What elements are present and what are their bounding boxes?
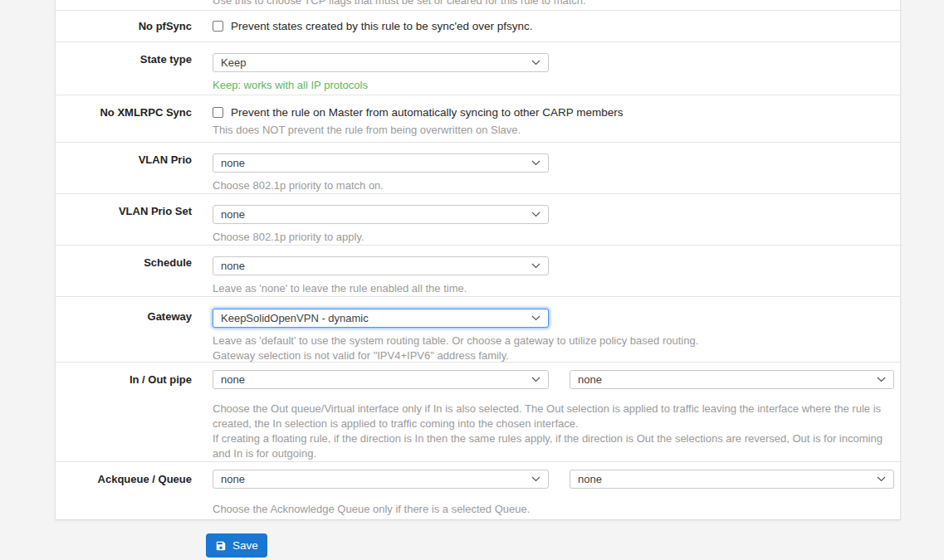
in-pipe-value: none bbox=[221, 373, 245, 386]
no-pfsync-checkbox-label: Prevent states created by this rule to b… bbox=[231, 20, 533, 32]
no-xmlrpc-label: No XMLRPC Sync bbox=[56, 95, 192, 142]
in-out-pipe-help-line1: Choose the Out queue/Virtual interface o… bbox=[213, 402, 894, 431]
save-floppy-icon bbox=[215, 540, 227, 552]
vlan-prio-set-select[interactable]: none bbox=[213, 205, 549, 224]
no-xmlrpc-checkbox-label: Prevent the rule on Master from automati… bbox=[231, 106, 623, 119]
out-pipe-select[interactable]: none bbox=[570, 370, 894, 389]
state-type-label: State type bbox=[56, 42, 192, 95]
ackqueue-queue-label: Ackqueue / Queue bbox=[56, 462, 192, 519]
gateway-help-line2: Gateway selection is not valid for "IPV4… bbox=[213, 348, 894, 363]
no-pfsync-checkbox[interactable] bbox=[213, 21, 223, 32]
in-out-pipe-label: In / Out pipe bbox=[56, 363, 192, 461]
tcp-flags-help-text: Use this to choose TCP flags that must b… bbox=[213, 0, 900, 7]
no-xmlrpc-help: This does NOT prevent the rule from bein… bbox=[213, 123, 894, 138]
state-type-help: Keep: works with all IP protocols bbox=[213, 78, 894, 93]
chevron-down-icon bbox=[877, 377, 886, 382]
gateway-value: KeepSolidOpenVPN - dynamic bbox=[221, 312, 369, 324]
row-no-xmlrpc-sync: No XMLRPC Sync Prevent the rule on Maste… bbox=[56, 95, 900, 143]
gateway-select[interactable]: KeepSolidOpenVPN - dynamic bbox=[213, 309, 549, 328]
ackqueue-select[interactable]: none bbox=[213, 470, 549, 489]
queue-select[interactable]: none bbox=[570, 470, 894, 489]
vlan-prio-value: none bbox=[221, 157, 245, 169]
row-ackqueue-queue: Ackqueue / Queue none none Choose the Ac… bbox=[56, 462, 900, 520]
row-vlan-prio: VLAN Prio none Choose 802.1p priority to… bbox=[56, 143, 900, 194]
chevron-down-icon bbox=[531, 476, 540, 482]
chevron-down-icon bbox=[877, 476, 886, 482]
vlan-prio-label: VLAN Prio bbox=[56, 143, 192, 193]
chevron-down-icon bbox=[531, 377, 540, 382]
save-button[interactable]: Save bbox=[206, 533, 267, 558]
chevron-down-icon bbox=[531, 60, 540, 66]
in-out-pipe-help-line2: If creating a floating rule, if the dire… bbox=[213, 431, 894, 461]
gateway-label: Gateway bbox=[56, 297, 192, 362]
vlan-prio-set-label: VLAN Prio Set bbox=[56, 194, 192, 245]
row-schedule: Schedule none Leave as 'none' to leave t… bbox=[56, 246, 900, 297]
schedule-select[interactable]: none bbox=[213, 256, 549, 275]
vlan-prio-help: Choose 802.1p priority to match on. bbox=[213, 178, 894, 193]
row-vlan-prio-set: VLAN Prio Set none Choose 802.1p priorit… bbox=[56, 194, 900, 246]
row-tcp-flags-clipped: Use this to choose TCP flags that must b… bbox=[56, 0, 900, 11]
chevron-down-icon bbox=[531, 263, 540, 269]
row-gateway: Gateway KeepSolidOpenVPN - dynamic Leave… bbox=[56, 297, 900, 363]
schedule-value: none bbox=[221, 260, 245, 272]
state-type-select[interactable]: Keep bbox=[213, 53, 549, 72]
row-state-type: State type Keep Keep: works with all IP … bbox=[56, 42, 900, 95]
chevron-down-icon bbox=[531, 160, 540, 166]
save-button-label: Save bbox=[232, 539, 258, 552]
schedule-help: Leave as 'none' to leave the rule enable… bbox=[213, 281, 894, 296]
schedule-label: Schedule bbox=[56, 246, 192, 296]
vlan-prio-set-value: none bbox=[221, 208, 245, 221]
no-xmlrpc-checkbox[interactable] bbox=[213, 107, 223, 118]
in-pipe-select[interactable]: none bbox=[213, 370, 549, 389]
no-pfsync-label: No pfSync bbox=[56, 20, 192, 32]
chevron-down-icon bbox=[531, 212, 540, 217]
form-actions: Save bbox=[206, 533, 267, 558]
vlan-prio-select[interactable]: none bbox=[213, 153, 549, 173]
ackqueue-value: none bbox=[221, 473, 245, 485]
state-type-value: Keep bbox=[221, 56, 246, 69]
out-pipe-value: none bbox=[578, 373, 602, 386]
row-no-pfsync: No pfSync Prevent states created by this… bbox=[56, 11, 900, 42]
chevron-down-icon bbox=[531, 315, 540, 321]
queue-value: none bbox=[578, 473, 602, 485]
gateway-help-line1: Leave as 'default' to use the system rou… bbox=[213, 334, 894, 348]
row-in-out-pipe: In / Out pipe none none Choose the Out q… bbox=[56, 363, 900, 462]
firewall-rule-form: Use this to choose TCP flags that must b… bbox=[55, 0, 901, 520]
ackqueue-queue-help: Choose the Acknowledge Queue only if the… bbox=[213, 502, 894, 517]
vlan-prio-set-help: Choose 802.1p priority to apply. bbox=[213, 230, 894, 245]
